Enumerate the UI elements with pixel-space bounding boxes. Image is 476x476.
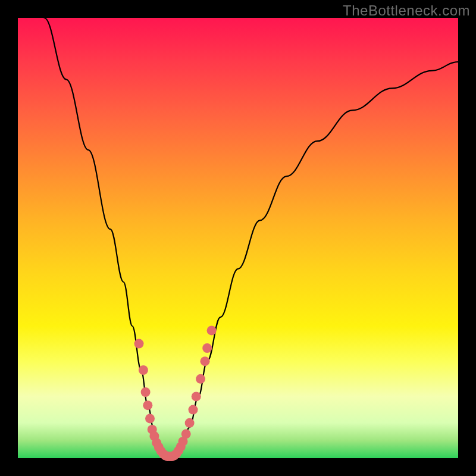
- data-dot: [185, 418, 195, 428]
- bottleneck-curve: [44, 18, 458, 456]
- data-dot: [141, 387, 151, 397]
- data-dot: [201, 356, 210, 366]
- data-dot: [207, 325, 217, 335]
- data-dot: [139, 365, 148, 375]
- data-dot: [143, 400, 152, 410]
- chart-frame: TheBottleneck.com: [0, 0, 476, 476]
- plot-svg: [18, 18, 458, 458]
- data-dot: [202, 343, 212, 353]
- data-dots: [134, 325, 217, 461]
- watermark-text: TheBottleneck.com: [343, 2, 470, 19]
- data-dot: [192, 392, 201, 401]
- data-dot: [196, 374, 205, 384]
- data-dot: [145, 414, 155, 423]
- data-dot: [181, 429, 191, 439]
- plot-area: [18, 18, 458, 458]
- data-dot: [189, 405, 198, 415]
- data-dot: [134, 339, 144, 349]
